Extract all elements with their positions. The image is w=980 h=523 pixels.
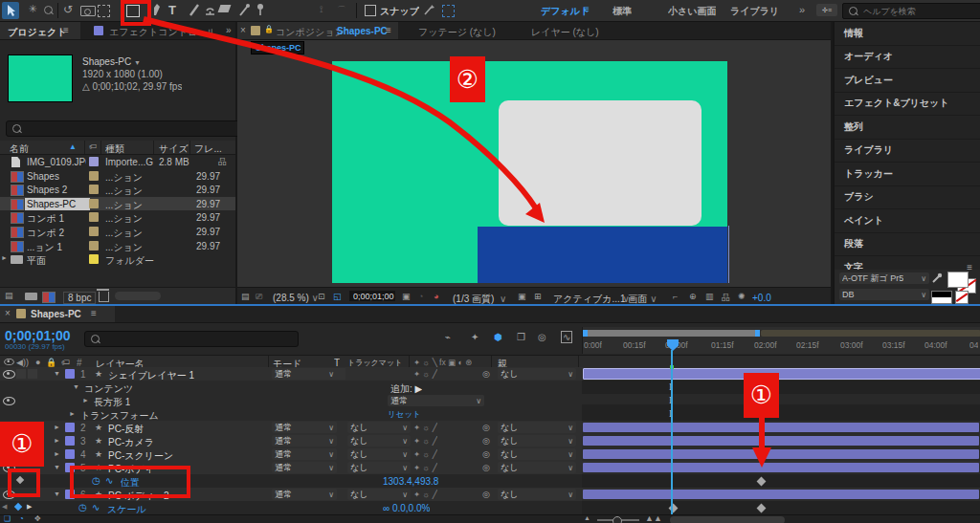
col-frame[interactable]: フレ... (194, 142, 222, 156)
bpc-button[interactable]: 8 bpc (63, 292, 96, 304)
col-size[interactable]: サイズ (159, 142, 189, 156)
twirl-icon[interactable]: ▼ (54, 370, 60, 377)
twirl-icon[interactable]: ► (54, 424, 60, 430)
pen-tool-button[interactable] (151, 3, 164, 17)
graph-icon[interactable]: ∿ (92, 502, 100, 512)
property-value-wrap[interactable]: ∞ 0.0,0.0% (383, 503, 430, 513)
timeline-search[interactable] (84, 331, 299, 347)
tab-project[interactable]: プロジェクト ≡ (0, 22, 80, 39)
work-area-bar[interactable] (583, 330, 760, 337)
label-column-icon[interactable]: 🏷 (89, 142, 97, 151)
panel-tracker[interactable]: トラッカー (835, 163, 980, 186)
panel-align[interactable]: 整列 (835, 116, 980, 140)
twirl-icon[interactable]: ▼ (73, 383, 79, 390)
font-style-dropdown[interactable]: DB∨ (839, 289, 929, 300)
eye-icon[interactable] (3, 370, 15, 379)
panel-brushes[interactable]: ブラシ (835, 186, 980, 210)
frame-blending-icon[interactable]: ❐ (517, 332, 525, 342)
layer-row[interactable]: ► 3 ★ PC-カメラ 通常∨ なし∨ ✦ ☼ ╱ ◎ なし∨ (0, 434, 980, 447)
parent-pickwhip-icon[interactable]: ◎ (482, 463, 490, 472)
lasso-tool-icon[interactable]: ⌒ (337, 4, 346, 17)
layer-color-chip[interactable] (65, 449, 75, 459)
parent-dropdown[interactable]: なし∨ (498, 448, 576, 460)
reset-view-icon[interactable]: ⌐ (673, 292, 678, 301)
parent-pickwhip-icon[interactable]: ◎ (482, 369, 490, 379)
twirl-icon[interactable]: ► (54, 437, 60, 444)
work-area-start-handle[interactable] (583, 330, 588, 337)
region-of-interest-icon[interactable]: ◱ (333, 292, 342, 301)
font-family-dropdown[interactable]: A-OTF 新ゴ Pr5∨ (839, 272, 929, 284)
scrollbar-h[interactable] (115, 292, 161, 300)
timeline-search-input[interactable] (103, 334, 292, 345)
workspace-standard[interactable]: 標準 (612, 5, 632, 18)
puppet-pin-tool-button[interactable] (255, 3, 266, 17)
draft-3d-icon[interactable]: ✦ (471, 332, 479, 342)
motion-blur-icon[interactable]: ◎ (538, 332, 546, 342)
project-search[interactable] (6, 120, 241, 137)
faux-bw-swatch[interactable] (931, 291, 952, 304)
main-display-icon[interactable]: ⎚ (256, 292, 262, 302)
layer-duration-bar[interactable] (583, 490, 979, 499)
panel-preview[interactable]: プレビュー (835, 69, 980, 93)
snap-checkbox[interactable] (365, 5, 376, 16)
comp-canvas[interactable] (332, 61, 727, 283)
composition-mini-flowchart-icon[interactable]: ⌁ (445, 332, 451, 342)
workspace-default[interactable]: デフォルト (541, 5, 590, 18)
layer-duration-bar[interactable] (583, 368, 980, 380)
current-timecode[interactable]: 0;00;01;00 (5, 328, 71, 343)
label-chip[interactable] (89, 157, 99, 166)
workspace-menu-icon[interactable]: ≡ (584, 4, 590, 14)
blend-mode-dropdown[interactable]: 通常∨ (272, 435, 337, 447)
trash-icon[interactable] (99, 292, 109, 302)
no-fill-swatch[interactable] (955, 291, 969, 304)
project-row-selected[interactable]: Shapes-PC ...ション 29.97 (0, 197, 235, 210)
label-chip[interactable] (89, 199, 99, 208)
layer-switches[interactable]: ✦ ☼ ╱ (413, 436, 437, 446)
graph-editor-icon[interactable]: ∿ (561, 331, 572, 343)
blend-mode-dropdown[interactable]: 通常∨ (272, 422, 337, 433)
panel-libraries[interactable]: ライブラリ (835, 140, 980, 163)
mask-feather-tool-icon[interactable]: ⟟ (320, 4, 323, 15)
layer-color-chip[interactable] (65, 436, 75, 446)
hand-tool-button[interactable]: ✳ (25, 3, 40, 15)
parent-pickwhip-icon[interactable]: ◎ (482, 436, 490, 446)
col-name[interactable]: 名前 (10, 142, 29, 156)
parent-dropdown[interactable]: なし∨ (498, 462, 576, 473)
property-value[interactable]: 1303.4,493.8 (383, 476, 438, 487)
label-chip[interactable] (89, 227, 99, 236)
panel-paragraph[interactable]: 段落 (835, 233, 980, 257)
eye-icon[interactable] (3, 397, 15, 405)
roto-brush-tool-button[interactable] (237, 3, 251, 17)
layer-switches[interactable]: ✦ ☼ ╱ (413, 449, 437, 459)
layer-color-chip[interactable] (65, 423, 75, 432)
lock-icon[interactable]: 🔒 (264, 25, 274, 33)
comp-breadcrumb[interactable]: Shapes-PC (251, 41, 304, 54)
stopwatch-icon[interactable]: ◷ (78, 502, 87, 512)
work-area-end-handle[interactable] (755, 330, 760, 337)
grid-guides-icon[interactable]: ⊡ (318, 292, 325, 301)
label-chip[interactable] (89, 185, 99, 194)
shape-white-screen[interactable] (499, 100, 702, 226)
blend-mode-dropdown[interactable]: 通常∨ (272, 368, 337, 380)
show-snapshot-icon[interactable]: ◔ (418, 292, 423, 301)
trkmat-dropdown[interactable]: なし∨ (347, 422, 411, 433)
close-tab-icon[interactable]: × (5, 308, 11, 318)
reset-link[interactable]: リセット (388, 409, 421, 421)
timeline-ruler[interactable]: 0:00f 00:15f 01:00f 01:15f 02:00f 02:15f… (582, 327, 980, 354)
brush-tool-button[interactable] (188, 3, 201, 17)
group-row[interactable]: ► 長方形 1 通常∨ I (0, 394, 980, 407)
layer-switches[interactable]: ✦ ☼ ╱ (413, 369, 437, 379)
layer-duration-bar[interactable] (583, 436, 979, 446)
exposure-icon[interactable]: ✺ (738, 292, 746, 301)
comp-panel-menu-icon[interactable]: ≡ (386, 25, 391, 35)
fast-previews-icon[interactable]: ▣ (518, 292, 526, 301)
group-row[interactable]: ▼ コンテンツ 追加: ▶ I (0, 381, 980, 394)
camera-tool-button[interactable] (80, 6, 96, 16)
pan-behind-tool-button[interactable] (98, 5, 110, 17)
shape-blend-mode-dropdown[interactable]: 通常∨ (388, 395, 484, 406)
layer-row[interactable]: ► 2 ★ PC-反射 通常∨ なし∨ ✦ ☼ ╱ ◎ なし∨ (0, 421, 980, 434)
project-row[interactable]: Shapes 2 ...ション 29.97 (0, 183, 235, 196)
layer-row[interactable]: ▼ 1 ★ シェイプレイヤー 1 通常∨ ✦ ☼ ╱ ◎ なし∨ (0, 367, 980, 381)
fill-color-swatch[interactable] (947, 272, 969, 288)
twirl-icon[interactable]: ▼ (54, 464, 60, 470)
